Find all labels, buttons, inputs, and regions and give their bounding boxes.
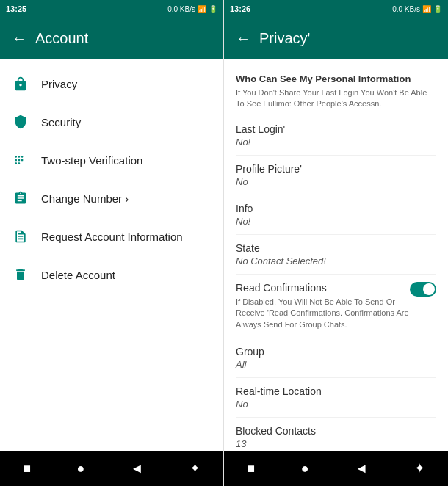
left-time: 13:25 — [6, 4, 26, 13]
right-panel: 13:26 0.0 KB/s 📶 🔋 ← Privacy' Who Can Se… — [224, 0, 448, 486]
left-status-icons: 0.0 KB/s 📶 🔋 — [167, 5, 217, 13]
left-wifi-icon: 📶 — [198, 5, 206, 13]
read-confirmations-toggle-container — [410, 282, 436, 297]
state-value: No Contact Selected! — [236, 255, 436, 266]
sidebar-item-privacy[interactable]: Privacy — [0, 65, 223, 103]
right-battery-icon: 🔋 — [433, 5, 442, 13]
right-back-nav-button[interactable]: ◄ — [349, 455, 374, 482]
svg-rect-7 — [21, 159, 24, 162]
privacy-main-subtitle: If You Don't Share Your Last Login You W… — [236, 87, 436, 116]
sidebar-item-change-number[interactable]: Change Number › — [0, 179, 223, 217]
blocked-contacts-label: Blocked Contacts — [236, 425, 436, 437]
sidebar-item-delete-account-label: Delete Account — [41, 269, 115, 281]
real-time-location-value: No — [236, 399, 436, 410]
info-value: No! — [236, 216, 436, 227]
shield-icon — [12, 113, 29, 131]
right-bottom-bar: ■ ● ◄ ✦ — [224, 451, 448, 486]
real-time-location-label: Real-time Location — [236, 385, 436, 397]
right-recents-button[interactable]: ● — [295, 455, 315, 482]
lock-icon — [12, 75, 29, 93]
profile-picture-label: Profile Picture' — [236, 163, 436, 175]
privacy-blocked-contacts[interactable]: Blocked Contacts 13 — [236, 418, 436, 451]
left-panel: 13:25 0.0 KB/s 📶 🔋 ← Account Privacy Sec… — [0, 0, 224, 486]
left-bottom-bar: ■ ● ◄ ✦ — [0, 451, 223, 486]
left-extra-button[interactable]: ✦ — [184, 454, 206, 482]
right-status-icons: 0.0 KB/s 📶 🔋 — [392, 5, 442, 13]
last-login-label: Last Login' — [236, 123, 436, 135]
left-home-button[interactable]: ■ — [17, 455, 37, 482]
left-back-nav-button[interactable]: ◄ — [125, 455, 150, 482]
svg-rect-3 — [18, 156, 21, 158]
sidebar-item-request-info[interactable]: Request Account Information — [0, 217, 223, 255]
left-header-title: Account — [35, 30, 88, 47]
privacy-main-title: Who Can See My Personal Information — [236, 65, 436, 87]
right-time: 13:26 — [230, 4, 250, 13]
privacy-state[interactable]: State No Contact Selected! — [236, 235, 436, 275]
left-back-button[interactable]: ← — [12, 30, 26, 47]
blocked-contacts-value: 13 — [236, 438, 436, 449]
document-icon — [12, 228, 29, 245]
read-confirmations-label: Read Confirmations — [236, 282, 410, 294]
svg-rect-0 — [15, 156, 18, 158]
last-login-value: No! — [236, 137, 436, 148]
sidebar-item-security[interactable]: Security — [0, 103, 223, 141]
right-home-button[interactable]: ■ — [241, 455, 261, 482]
privacy-info[interactable]: Info No! — [236, 195, 436, 235]
trash-icon — [12, 266, 29, 283]
info-label: Info — [236, 203, 436, 214]
privacy-profile-picture[interactable]: Profile Picture' No — [236, 156, 436, 195]
svg-rect-5 — [18, 162, 21, 164]
privacy-group[interactable]: Group All — [236, 338, 436, 378]
svg-rect-1 — [15, 159, 18, 162]
right-data-usage: 0.0 KB/s — [392, 5, 420, 13]
left-status-bar: 13:25 0.0 KB/s 📶 🔋 — [0, 0, 223, 18]
sidebar-item-privacy-label: Privacy — [41, 78, 77, 90]
read-confirmations-desc: If Disabled, You Will Not Be Able To Sen… — [236, 297, 410, 330]
sidebar-item-request-info-label: Request Account Information — [41, 231, 183, 243]
privacy-content: Who Can See My Personal Information If Y… — [224, 59, 448, 451]
sidebar-item-change-number-label: Change Number › — [41, 192, 129, 205]
group-value: All — [236, 359, 436, 370]
left-data-usage: 0.0 KB/s — [167, 5, 195, 13]
state-label: State — [236, 242, 436, 254]
read-confirmations-toggle[interactable] — [410, 282, 436, 297]
privacy-real-time-location[interactable]: Real-time Location No — [236, 378, 436, 418]
left-recents-button[interactable]: ● — [71, 455, 90, 482]
dots-icon — [12, 151, 29, 169]
left-battery-icon: 🔋 — [209, 5, 217, 13]
svg-rect-6 — [21, 156, 24, 158]
svg-rect-2 — [15, 162, 18, 164]
clipboard-icon — [12, 189, 29, 207]
right-header-title: Privacy' — [259, 30, 310, 47]
privacy-last-login[interactable]: Last Login' No! — [236, 116, 436, 156]
profile-picture-value: No — [236, 176, 436, 187]
right-back-button[interactable]: ← — [236, 30, 250, 47]
sidebar-item-delete-account[interactable]: Delete Account — [0, 255, 223, 294]
right-status-bar: 13:26 0.0 KB/s 📶 🔋 — [224, 0, 448, 18]
left-header: ← Account — [0, 18, 223, 59]
sidebar-item-two-step[interactable]: Two-step Verification — [0, 141, 223, 179]
svg-rect-4 — [18, 159, 21, 162]
group-label: Group — [236, 346, 436, 358]
right-extra-button[interactable]: ✦ — [408, 454, 431, 482]
sidebar-item-security-label: Security — [41, 116, 81, 128]
left-menu-list: Privacy Security Two-step Verification C… — [0, 59, 223, 451]
right-wifi-icon: 📶 — [422, 5, 431, 13]
right-header: ← Privacy' — [224, 18, 448, 59]
sidebar-item-two-step-label: Two-step Verification — [41, 154, 142, 167]
privacy-read-confirmations[interactable]: Read Confirmations If Disabled, You Will… — [236, 275, 436, 338]
